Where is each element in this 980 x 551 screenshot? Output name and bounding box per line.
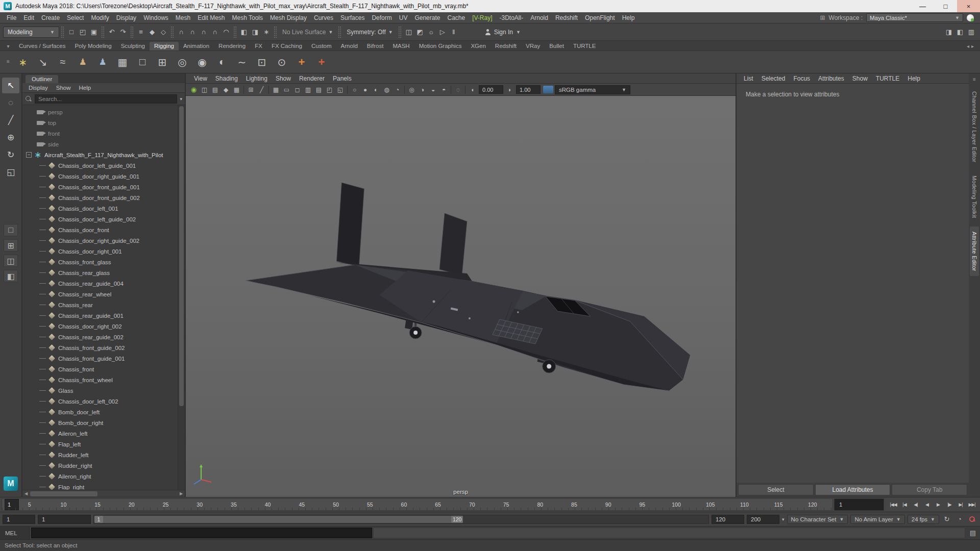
shelf-tab[interactable]: Redshift [491, 42, 521, 51]
divider-handle[interactable] [338, 26, 341, 38]
divider-handle[interactable] [233, 26, 237, 38]
outliner-item[interactable]: Rudder_right [22, 460, 178, 471]
menu-item[interactable]: Mesh Display [266, 14, 310, 21]
point-constraint-icon[interactable]: ⊙ [273, 54, 290, 71]
snap-to-plane-icon[interactable]: ∩ [209, 27, 220, 38]
paint-select-tool-icon[interactable]: ╱ [2, 112, 19, 128]
attribute-editor-toggle-icon[interactable]: ◨ [943, 27, 954, 38]
menu-item[interactable]: Generate [411, 14, 444, 21]
ik-handle-tool-icon[interactable]: ↘ [34, 54, 52, 71]
playblast-icon[interactable]: ▷ [437, 27, 448, 38]
wire-tool-icon[interactable]: ∼ [233, 54, 251, 71]
shelf-tab[interactable]: Arnold [336, 42, 362, 51]
view-transform-select[interactable]: sRGB gamma ▼ [555, 85, 630, 94]
search-input[interactable] [35, 94, 177, 104]
current-time-field[interactable]: 1 [834, 498, 884, 511]
shelf-tab[interactable]: Bifrost [362, 42, 388, 51]
construction-history-icon[interactable]: ∗ [261, 27, 272, 38]
bookmarks-icon[interactable]: ◆ [220, 85, 231, 95]
viewport-menu-item[interactable]: Shading [211, 75, 242, 82]
color-management-icon[interactable] [543, 86, 553, 93]
field-chart-icon[interactable]: ▤ [313, 85, 324, 95]
shelf-tab[interactable]: TURTLE [569, 42, 601, 51]
menu-item[interactable]: Curves [310, 14, 337, 21]
gate-mask-icon[interactable]: ▥ [303, 85, 313, 95]
outliner-item[interactable]: side [22, 139, 178, 149]
ambient-occlusion-icon[interactable]: ◒ [428, 85, 438, 95]
redo-icon[interactable]: ↷ [117, 27, 129, 38]
outliner-item[interactable]: Chassis_rear_guide_002 [22, 332, 178, 342]
viewport-menu-item[interactable]: Renderer [295, 75, 329, 82]
go-to-end-button[interactable]: ▶▶| [966, 499, 977, 510]
menu-item[interactable]: Cache [444, 14, 469, 21]
shelf-tab[interactable]: FX [250, 42, 267, 51]
motion-blur-icon[interactable]: ◓ [438, 85, 449, 95]
outliner-item[interactable]: Aileron_left [22, 428, 178, 439]
ik-spline-handle-icon[interactable]: ≈ [54, 54, 71, 71]
select-camera-icon[interactable]: ◫ [199, 85, 210, 95]
camera-attributes-icon[interactable]: ▤ [210, 85, 220, 95]
remove-influence-icon[interactable]: + [313, 54, 330, 71]
viewport-menu-item[interactable]: Panels [329, 75, 356, 82]
auto-key-icon[interactable] [967, 514, 977, 524]
range-slider-track[interactable]: 1 120 [93, 515, 709, 524]
play-forward-button[interactable]: ▶ [933, 499, 944, 510]
live-surface-select[interactable]: No Live Surface ▼ [279, 29, 336, 36]
viewport-menu-item[interactable]: Lighting [242, 75, 272, 82]
divider-handle[interactable] [398, 26, 402, 38]
single-pane-layout-icon[interactable]: □ [4, 224, 18, 236]
shelf-tab[interactable]: Animation [179, 42, 214, 51]
two-d-pan-zoom-icon[interactable]: ⊞ [246, 85, 256, 95]
outliner-item[interactable]: Aircraft_Stealth_F_117_Nighthawk_with_Pi… [22, 149, 178, 160]
menu-set-select[interactable]: Modeling ▼ [3, 27, 59, 38]
outliner-item[interactable]: Rudder_left [22, 449, 178, 460]
vertical-tab[interactable]: Modeling Toolkit [970, 170, 979, 223]
move-tool-icon[interactable]: ⊕ [2, 130, 19, 145]
shelf-tab[interactable]: MASH [388, 42, 414, 51]
outliner-item[interactable]: Chassis_front_guide_002 [22, 342, 178, 353]
outliner-menu-item[interactable]: Show [52, 85, 75, 91]
quick-rig-icon[interactable]: ♟ [94, 54, 111, 71]
fps-select[interactable]: 24 fps ▼ [908, 515, 939, 524]
shelf-tab[interactable]: Curves / Surfaces [14, 42, 70, 51]
shelf-options-icon[interactable]: ≡ [2, 59, 14, 66]
outliner-item[interactable]: Bomb_door_left [22, 407, 178, 417]
command-result-field[interactable] [373, 528, 965, 538]
select-mask-object-icon[interactable]: ◆ [146, 27, 158, 38]
outliner-vertical-scrollbar[interactable] [178, 105, 185, 490]
play-backward-button[interactable]: ◀ [921, 499, 933, 510]
outliner-item[interactable]: Chassis_door_right_001 [22, 246, 178, 257]
divider-handle[interactable] [101, 26, 105, 38]
playback-start-field[interactable]: 1 [38, 515, 91, 524]
playback-range-bar[interactable]: 1 120 [94, 516, 463, 523]
shelf-tab[interactable]: FX Caching [267, 42, 307, 51]
scrollbar-thumb[interactable] [30, 491, 97, 496]
isolate-select-icon[interactable]: ◌ [453, 85, 463, 95]
menu-item[interactable]: Mesh Tools [229, 14, 266, 21]
shelf-tabs-menu-icon[interactable]: ▾ [2, 43, 14, 51]
image-plane-icon[interactable]: ▦ [231, 85, 242, 95]
outliner-menu-item[interactable]: Display [24, 85, 52, 91]
channel-box-toggle-icon[interactable]: ▥ [966, 27, 977, 38]
outliner-item[interactable]: Chassis_door_front_guide_002 [22, 192, 178, 203]
make-live-icon[interactable]: ◠ [220, 27, 232, 38]
attribute-editor-menu-item[interactable]: TURTLE [872, 75, 903, 82]
outliner-item[interactable]: Chassis_door_left_guide_001 [22, 160, 178, 171]
toolbar-separator[interactable] [242, 86, 246, 94]
attribute-editor-button[interactable]: Load Attributes [815, 484, 891, 495]
attribute-editor-button[interactable]: Copy Tab [892, 484, 967, 495]
humanik-icon[interactable]: ♟ [74, 54, 91, 71]
outliner-item[interactable]: Chassis_door_left_002 [22, 396, 178, 407]
scrollbar-thumb[interactable] [179, 106, 184, 406]
film-gate-icon[interactable]: ▭ [281, 85, 292, 95]
step-forward-key-button[interactable]: |▶ [944, 499, 955, 510]
grid-icon[interactable]: ▦ [271, 85, 281, 95]
go-to-start-button[interactable]: |◀◀ [888, 499, 899, 510]
scroll-right-icon[interactable]: ▶ [178, 491, 185, 496]
pause-evaluation-icon[interactable]: ‖ [448, 27, 459, 38]
undo-icon[interactable]: ↶ [106, 27, 117, 38]
range-start-handle[interactable]: 1 [94, 516, 103, 523]
shaded-icon[interactable]: ● [360, 85, 371, 95]
renderer-ok-icon[interactable]: ◉ [188, 85, 199, 95]
textured-icon[interactable]: ◐ [371, 85, 381, 95]
